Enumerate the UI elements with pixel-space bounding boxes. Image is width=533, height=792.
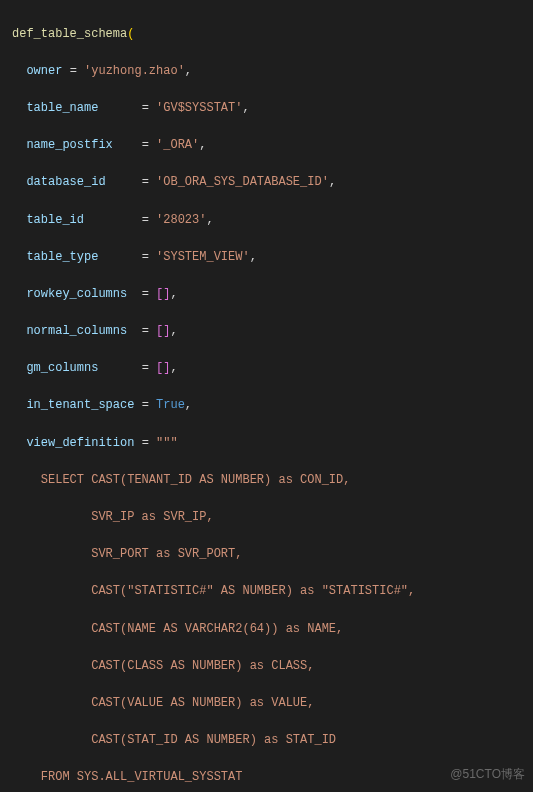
code-line: CAST(VALUE AS NUMBER) as VALUE, (12, 694, 533, 713)
code-line: table_type = 'SYSTEM_VIEW', (12, 248, 533, 267)
code-line: view_definition = """ (12, 434, 533, 453)
code-line: SELECT CAST(TENANT_ID AS NUMBER) as CON_… (12, 471, 533, 490)
code-editor: def_table_schema( owner = 'yuzhong.zhao'… (0, 0, 533, 792)
code-line: CAST(CLASS AS NUMBER) as CLASS, (12, 657, 533, 676)
watermark-text: @51CTO博客 (450, 765, 525, 784)
code-line: table_name = 'GV$SYSSTAT', (12, 99, 533, 118)
code-line: SVR_PORT as SVR_PORT, (12, 545, 533, 564)
code-line: gm_columns = [], (12, 359, 533, 378)
code-line: rowkey_columns = [], (12, 285, 533, 304)
function-name: def_table_schema (12, 27, 127, 41)
code-line: CAST(STAT_ID AS NUMBER) as STAT_ID (12, 731, 533, 750)
code-line: def_table_schema( (12, 25, 533, 44)
code-line: owner = 'yuzhong.zhao', (12, 62, 533, 81)
code-line: in_tenant_space = True, (12, 396, 533, 415)
code-line: name_postfix = '_ORA', (12, 136, 533, 155)
code-line: database_id = 'OB_ORA_SYS_DATABASE_ID', (12, 173, 533, 192)
code-line: table_id = '28023', (12, 211, 533, 230)
code-line: CAST(NAME AS VARCHAR2(64)) as NAME, (12, 620, 533, 639)
code-line: CAST("STATISTIC#" AS NUMBER) as "STATIST… (12, 582, 533, 601)
code-line: normal_columns = [], (12, 322, 533, 341)
code-line: SVR_IP as SVR_IP, (12, 508, 533, 527)
